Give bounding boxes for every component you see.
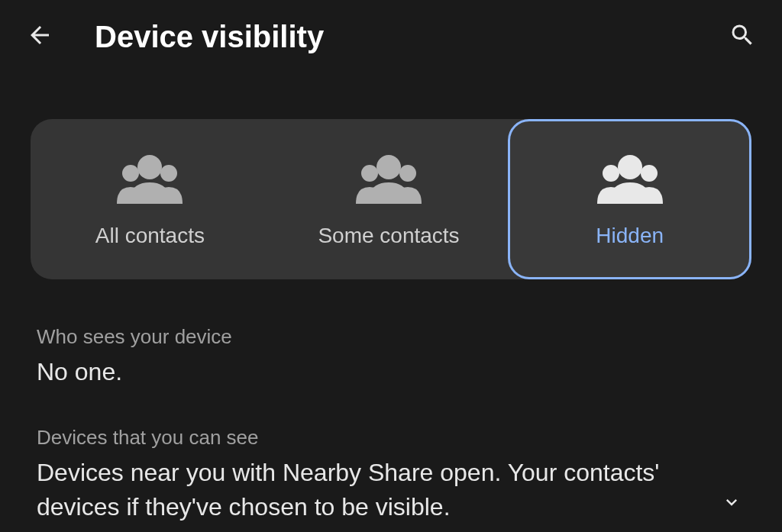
tab-hidden[interactable]: Hidden xyxy=(508,119,751,279)
svg-point-3 xyxy=(361,165,378,182)
expand-button[interactable] xyxy=(718,490,745,517)
header: Device visibility xyxy=(0,0,782,73)
tab-label: Hidden xyxy=(596,224,664,248)
people-icon xyxy=(347,150,431,207)
search-icon xyxy=(729,21,756,52)
svg-point-1 xyxy=(160,165,177,182)
devices-see-section[interactable]: Devices that you can see Devices near yo… xyxy=(37,426,745,524)
content-area: Who sees your device No one. Devices tha… xyxy=(0,310,782,532)
tab-some-contacts[interactable]: Some contacts xyxy=(270,119,509,279)
devices-see-label: Devices that you can see xyxy=(37,426,703,450)
svg-point-8 xyxy=(618,155,642,179)
back-button[interactable] xyxy=(21,18,58,55)
who-sees-section: Who sees your device No one. xyxy=(37,325,745,389)
tab-all-contacts[interactable]: All contacts xyxy=(31,119,270,279)
svg-point-5 xyxy=(376,155,401,179)
svg-point-7 xyxy=(641,165,658,182)
page-title: Device visibility xyxy=(95,20,687,54)
arrow-left-icon xyxy=(26,21,53,52)
visibility-tabs: All contacts Some contacts xyxy=(31,119,751,279)
who-sees-value: No one. xyxy=(37,355,745,389)
who-sees-label: Who sees your device xyxy=(37,325,745,349)
tab-label: Some contacts xyxy=(318,224,459,248)
devices-see-value: Devices near you with Nearby Share open.… xyxy=(37,456,703,524)
people-icon xyxy=(588,150,672,207)
people-icon xyxy=(108,150,192,207)
tab-label: All contacts xyxy=(95,224,205,248)
search-button[interactable] xyxy=(724,18,761,55)
svg-point-2 xyxy=(137,155,162,179)
svg-point-0 xyxy=(122,165,139,182)
svg-point-6 xyxy=(603,165,619,182)
chevron-down-icon xyxy=(721,492,742,516)
svg-point-4 xyxy=(399,165,416,182)
